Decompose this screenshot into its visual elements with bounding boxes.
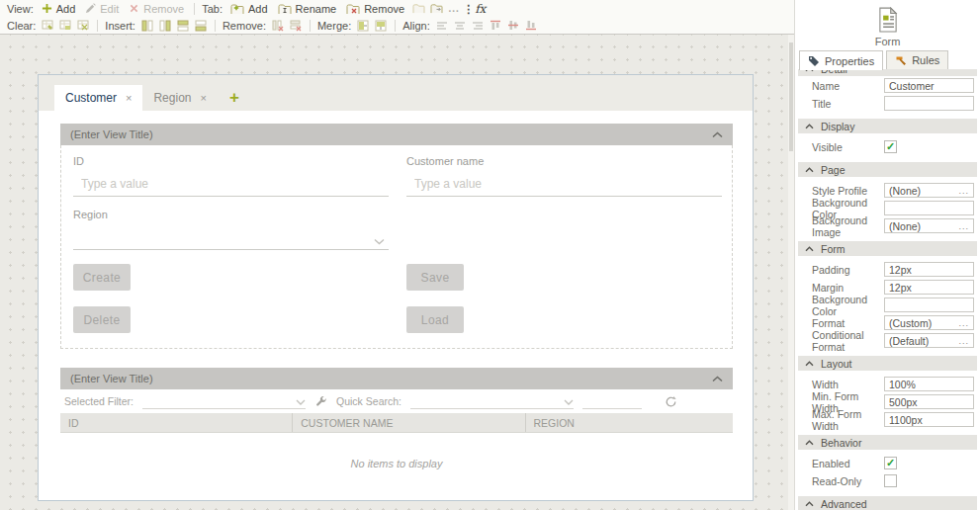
expression-fx-button[interactable]: fx (469, 2, 491, 16)
view1-titlebar[interactable]: (Enter View Title) (60, 124, 733, 145)
read-only-label: Read-Only (812, 475, 884, 487)
view2-title: (Enter View Title) (70, 373, 153, 384)
load-button[interactable]: Load (406, 306, 464, 333)
title-input[interactable] (884, 96, 974, 111)
remove-row-icon[interactable] (287, 18, 305, 33)
save-button[interactable]: Save (406, 264, 464, 291)
move-tab-left-button[interactable] (409, 1, 427, 16)
insert-row-above-icon[interactable] (174, 18, 192, 33)
ellipsis-icon: ... (958, 336, 969, 346)
tab-properties[interactable]: Properties (799, 50, 883, 70)
collapse-chevron-icon (805, 124, 814, 129)
min-form-width-input[interactable] (884, 394, 974, 409)
tab-remove-button[interactable]: Remove (341, 1, 409, 16)
view1-edit-area[interactable]: ID Customer name Region (60, 145, 733, 349)
clear-contents-icon[interactable] (39, 18, 56, 33)
enabled-checkbox[interactable] (884, 457, 897, 469)
detail-section-header-clipped[interactable]: Detail (798, 69, 977, 77)
region-dropdown[interactable] (73, 225, 389, 250)
tab-region[interactable]: Region × (142, 85, 217, 111)
tab-rename-icon (278, 3, 292, 15)
visible-checkbox[interactable] (884, 140, 897, 153)
column-header-customer-name[interactable]: CUSTOMER NAME (293, 413, 525, 432)
max-form-width-input[interactable] (884, 412, 974, 427)
insert-group-label: Insert: (105, 20, 135, 32)
align-group-label: Align: (402, 20, 430, 32)
layout-section-header[interactable]: Layout (798, 356, 977, 371)
create-button[interactable]: Create (73, 264, 131, 291)
tab-rules[interactable]: Rules (886, 50, 948, 69)
page-background-color-input[interactable] (884, 201, 974, 215)
close-icon[interactable]: × (126, 92, 132, 104)
view2-block: (Enter View Title) Selected Filter: Quic… (60, 368, 733, 494)
display-section-header[interactable]: Display (798, 119, 977, 133)
align-top-icon[interactable] (487, 18, 504, 33)
tab-add-button[interactable]: Add (225, 1, 273, 16)
quick-search-column-dropdown[interactable] (410, 393, 574, 409)
wrench-icon[interactable] (314, 395, 327, 408)
merge-right-icon[interactable] (354, 18, 372, 33)
align-bottom-icon[interactable] (522, 18, 540, 33)
list-view-filter-bar: Selected Filter: Quick Search: (60, 389, 733, 413)
design-canvas[interactable]: Customer × Region × + (Enter View Title)… (0, 35, 788, 510)
more-options-button[interactable]: ... (445, 1, 463, 16)
form-section-header[interactable]: Form (798, 241, 977, 256)
insert-column-right-icon[interactable] (156, 18, 174, 33)
view2-titlebar[interactable]: (Enter View Title) (60, 368, 733, 389)
delete-button[interactable]: Delete (73, 306, 131, 333)
view-add-button[interactable]: Add (37, 1, 81, 16)
align-right-icon[interactable] (469, 18, 487, 33)
align-center-icon[interactable] (451, 18, 469, 33)
name-label: Name (812, 80, 884, 92)
read-only-checkbox[interactable] (884, 474, 897, 487)
column-header-id[interactable]: ID (60, 413, 293, 432)
style-profile-picker[interactable]: (None) ... (884, 183, 974, 198)
insert-row-below-icon[interactable] (192, 18, 210, 33)
add-tab-button[interactable]: + (229, 88, 239, 111)
separator (395, 20, 396, 32)
chevron-up-icon[interactable] (712, 376, 723, 382)
align-left-icon[interactable] (433, 18, 451, 33)
close-icon[interactable]: × (200, 92, 206, 104)
padding-input[interactable] (884, 262, 974, 277)
insert-column-left-icon[interactable] (138, 18, 156, 33)
tab-rename-button[interactable]: Rename (273, 1, 342, 16)
conditional-format-picker[interactable]: (Default) ... (884, 333, 974, 348)
selected-filter-dropdown[interactable] (142, 393, 306, 409)
view-group-label: View: (7, 3, 34, 15)
tab-add-icon (230, 3, 244, 15)
chevron-up-icon[interactable] (712, 131, 723, 138)
separator (97, 20, 98, 32)
name-input[interactable] (884, 78, 974, 93)
margin-label: Margin (812, 282, 884, 294)
form-design-surface[interactable]: Customer × Region × + (Enter View Title)… (38, 74, 754, 501)
clear-styles-icon[interactable] (56, 18, 74, 33)
view-edit-button[interactable]: Edit (80, 1, 124, 16)
separator (194, 3, 195, 15)
style-profile-label: Style Profile (812, 185, 884, 197)
page-section-header[interactable]: Page (798, 162, 977, 177)
background-image-picker[interactable]: (None) ... (884, 218, 974, 233)
align-middle-icon[interactable] (504, 18, 522, 33)
remove-column-icon[interactable] (269, 18, 287, 33)
clear-all-icon[interactable] (74, 18, 92, 33)
quick-search-input[interactable] (582, 393, 642, 409)
refresh-icon[interactable] (665, 395, 677, 408)
column-header-region[interactable]: REGION (526, 413, 733, 432)
behavior-section-header[interactable]: Behavior (798, 435, 977, 450)
width-input[interactable] (884, 377, 974, 391)
move-tab-right-button[interactable] (427, 1, 445, 16)
merge-below-icon[interactable] (372, 18, 390, 33)
tab-customer[interactable]: Customer × (54, 85, 142, 111)
format-picker[interactable]: (Custom) ... (884, 315, 974, 330)
form-background-color-input[interactable] (884, 298, 974, 312)
panel-scrollbar-thumb[interactable] (789, 42, 793, 151)
view-remove-button[interactable]: Remove (124, 1, 189, 16)
remove-group-label: Remove: (223, 20, 266, 32)
customer-name-input[interactable] (406, 172, 722, 197)
id-input[interactable] (73, 172, 389, 197)
visible-label: Visible (812, 141, 884, 153)
selected-widget-label: Form (875, 36, 901, 47)
advanced-section-header[interactable]: Advanced (798, 496, 977, 510)
margin-input[interactable] (884, 280, 974, 295)
